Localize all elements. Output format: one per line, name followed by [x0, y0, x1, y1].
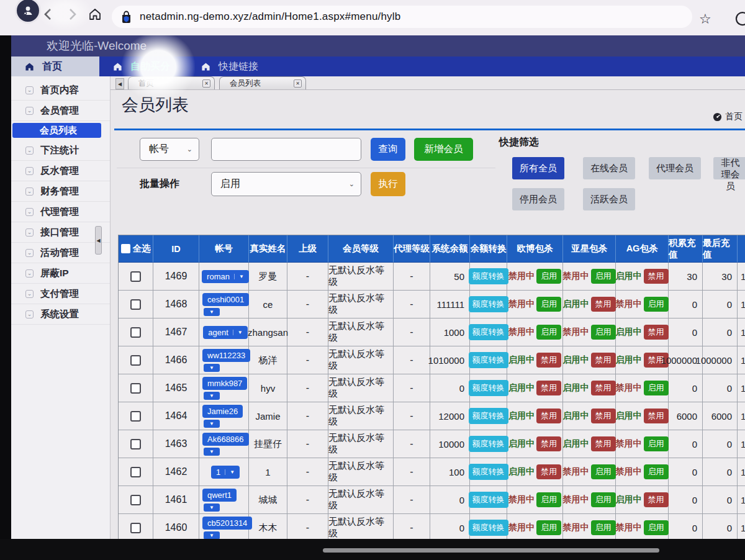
select-all-checkbox[interactable] — [121, 244, 130, 253]
account-pill[interactable]: mmkk987 — [202, 377, 247, 390]
search-field-select[interactable]: 帐号 ⌄ — [140, 138, 199, 161]
quick-filter-button[interactable]: 停用会员 — [512, 188, 564, 210]
nav-tab[interactable]: 首页 — [11, 56, 99, 76]
quick-filter-button[interactable]: 非代理会员 — [713, 157, 745, 179]
tabstrip-left-arrow-icon[interactable]: ◀ — [115, 78, 124, 89]
yaxing-disable-button[interactable]: 禁用 — [591, 436, 616, 451]
execute-button[interactable]: 执行 — [371, 172, 405, 196]
yaxing-disable-button[interactable]: 禁用 — [591, 409, 616, 423]
account-dropdown-icon[interactable]: ▼ — [204, 531, 220, 540]
sidebar-item[interactable]: ⌄ 反水管理 — [11, 161, 110, 181]
row-checkbox[interactable] — [130, 495, 141, 505]
bookmark-star-icon[interactable]: ☆ — [699, 11, 711, 27]
account-pill[interactable]: qwert1 — [202, 489, 237, 502]
account-dropdown-icon[interactable]: ▼ — [204, 504, 220, 512]
nav-tab[interactable]: 快捷链接 — [187, 56, 276, 76]
sidebar-item[interactable]: 会员列表 — [12, 123, 101, 138]
add-member-button[interactable]: 新增会员 — [414, 138, 473, 161]
oubo-enable-button[interactable]: 启用 — [536, 297, 561, 312]
home-icon[interactable] — [88, 7, 102, 21]
row-checkbox[interactable] — [130, 271, 141, 282]
account-pill[interactable]: agent▼ — [203, 326, 247, 339]
row-checkbox[interactable] — [130, 327, 141, 338]
nav-tab[interactable]: 自助买分 — [99, 56, 187, 76]
row-checkbox[interactable] — [130, 523, 141, 533]
quota-transfer-button[interactable]: 额度转换 — [469, 324, 508, 340]
account-dropdown-icon[interactable]: ▼ — [204, 308, 220, 316]
quick-filter-button[interactable]: 活跃会员 — [583, 188, 635, 210]
account-pill[interactable]: Ak668866 — [202, 433, 249, 446]
quota-transfer-button[interactable]: 额度转换 — [469, 464, 508, 480]
oubo-enable-button[interactable]: 启用 — [536, 520, 561, 535]
yaxing-enable-button[interactable]: 启用 — [591, 269, 616, 284]
row-checkbox[interactable] — [130, 355, 141, 366]
sidebar-item[interactable]: ⌄ 系统设置 — [11, 304, 110, 325]
account-dropdown-icon[interactable]: ▼ — [234, 274, 244, 279]
yaxing-enable-button[interactable]: 启用 — [591, 492, 616, 507]
account-dropdown-icon[interactable]: ▼ — [204, 420, 220, 428]
quota-transfer-button[interactable]: 额度转换 — [469, 296, 508, 312]
oubo-disable-button[interactable]: 禁用 — [536, 464, 561, 479]
query-button[interactable]: 查询 — [371, 138, 405, 161]
row-checkbox[interactable] — [130, 467, 141, 477]
quota-transfer-button[interactable]: 额度转换 — [469, 520, 508, 536]
account-dropdown-icon[interactable]: ▼ — [225, 469, 235, 475]
oubo-enable-button[interactable]: 启用 — [536, 269, 561, 284]
sidebar-item[interactable]: ⌄ 会员管理 — [11, 101, 110, 121]
sidebar-item[interactable]: ⌄ 下注统计 — [11, 140, 110, 161]
quota-transfer-button[interactable]: 额度转换 — [469, 436, 508, 452]
document-tab[interactable]: 会员列表 ✕ — [219, 76, 306, 89]
sidebar-item[interactable]: ⌄ 财务管理 — [11, 181, 110, 202]
forward-icon[interactable] — [66, 7, 79, 21]
account-pill[interactable]: 1▼ — [211, 466, 240, 479]
ag-enable-button[interactable]: 启用 — [644, 520, 669, 535]
quick-filter-button[interactable]: 所有全员 — [512, 157, 564, 179]
ag-enable-button[interactable]: 启用 — [644, 381, 669, 395]
account-pill[interactable]: Jamie26 — [202, 405, 243, 418]
ag-enable-button[interactable]: 启用 — [644, 464, 669, 479]
close-icon[interactable]: ✕ — [294, 79, 302, 88]
account-dropdown-icon[interactable]: ▼ — [233, 330, 243, 335]
refresh-icon[interactable] — [734, 10, 745, 27]
account-dropdown-icon[interactable]: ▼ — [204, 448, 220, 456]
row-checkbox[interactable] — [130, 383, 141, 394]
ag-disable-button[interactable]: 禁用 — [644, 409, 669, 423]
sidebar-item[interactable]: ⌄ 屏蔽IP — [11, 263, 110, 284]
sidebar-item[interactable]: ⌄ 支付管理 — [11, 284, 110, 304]
yaxing-enable-button[interactable]: 启用 — [591, 520, 616, 535]
oubo-disable-button[interactable]: 禁用 — [536, 353, 561, 368]
ag-disable-button[interactable]: 禁用 — [644, 492, 669, 507]
oubo-disable-button[interactable]: 禁用 — [536, 436, 561, 451]
row-checkbox[interactable] — [130, 411, 141, 422]
yaxing-disable-button[interactable]: 禁用 — [591, 353, 616, 368]
yaxing-disable-button[interactable]: 禁用 — [591, 297, 616, 312]
oubo-enable-button[interactable]: 启用 — [536, 492, 561, 507]
profile-avatar-icon[interactable] — [15, 0, 41, 24]
account-dropdown-icon[interactable]: ▼ — [204, 364, 220, 372]
close-icon[interactable]: ✕ — [202, 79, 210, 88]
ag-disable-button[interactable]: 禁用 — [644, 269, 669, 284]
back-icon[interactable] — [41, 7, 55, 21]
sidebar-collapse-handle[interactable]: ◀ — [95, 226, 102, 255]
quota-transfer-button[interactable]: 额度转换 — [469, 352, 508, 368]
account-pill[interactable]: ceshi0001 — [202, 293, 249, 306]
ag-disable-button[interactable]: 禁用 — [644, 325, 669, 340]
address-bar[interactable]: netadmin.ng-demo.xyz/admin/Home1.aspx#me… — [112, 6, 692, 28]
search-input[interactable] — [211, 138, 361, 161]
document-tab[interactable]: 首页 ✕ — [128, 76, 215, 89]
quick-filter-button[interactable]: 代理会员 — [649, 157, 701, 179]
yaxing-enable-button[interactable]: 启用 — [591, 464, 616, 479]
oubo-disable-button[interactable]: 禁用 — [536, 409, 561, 423]
sidebar-item[interactable]: ⌄ 代理管理 — [11, 202, 110, 222]
ag-enable-button[interactable]: 启用 — [644, 436, 669, 451]
horizontal-scrollbar[interactable] — [323, 548, 659, 553]
quota-transfer-button[interactable]: 额度转换 — [469, 408, 508, 424]
account-dropdown-icon[interactable]: ▼ — [204, 392, 220, 400]
row-checkbox[interactable] — [130, 439, 141, 449]
account-pill[interactable]: roman▼ — [202, 270, 249, 283]
sidebar-item[interactable]: ⌄ 首页内容 — [11, 80, 110, 101]
quota-transfer-button[interactable]: 额度转换 — [469, 380, 508, 396]
oubo-disable-button[interactable]: 禁用 — [536, 381, 561, 395]
ag-enable-button[interactable]: 启用 — [644, 297, 669, 312]
quota-transfer-button[interactable]: 额度转换 — [469, 268, 508, 284]
